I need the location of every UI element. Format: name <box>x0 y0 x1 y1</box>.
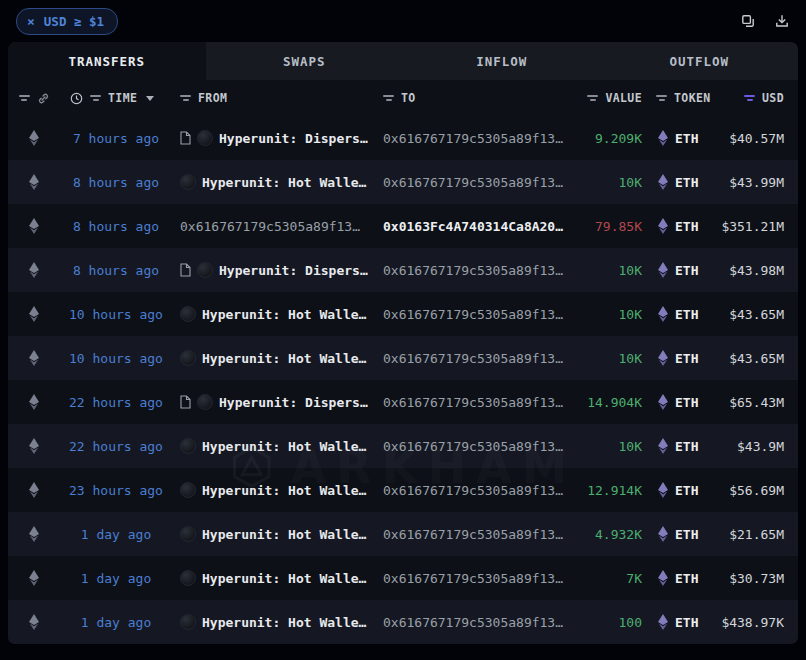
from-cell[interactable]: Hyperunit: Hot Walle… <box>172 570 378 586</box>
col-header-time[interactable]: TIME <box>108 91 137 105</box>
chain-filter-icon[interactable] <box>19 95 30 101</box>
time-cell[interactable]: 1 day ago <box>60 527 172 542</box>
eth-token-icon <box>658 438 668 454</box>
token-filter-icon[interactable] <box>656 95 667 101</box>
tab-swaps[interactable]: SWAPS <box>206 42 404 80</box>
col-header-from[interactable]: FROM <box>198 91 227 105</box>
col-header-value[interactable]: VALUE <box>605 91 642 105</box>
from-cell[interactable]: Hyperunit: Dispers… <box>172 394 378 410</box>
eth-token-icon <box>658 526 668 542</box>
to-cell[interactable]: 0x616767179c5305a89f13… <box>378 439 585 454</box>
from-cell[interactable]: Hyperunit: Hot Walle… <box>172 614 378 630</box>
to-cell[interactable]: 0x616767179c5305a89f13… <box>378 351 585 366</box>
token-cell[interactable]: ETH <box>648 262 710 278</box>
from-cell[interactable]: Hyperunit: Hot Walle… <box>172 438 378 454</box>
to-cell[interactable]: 0x616767179c5305a89f13… <box>378 263 585 278</box>
col-header-to[interactable]: TO <box>401 91 416 105</box>
time-cell[interactable]: 8 hours ago <box>60 263 172 278</box>
table-row[interactable]: 8 hours ago Hyperunit: Dispers… 0x616767… <box>8 248 798 292</box>
from-cell[interactable]: Hyperunit: Dispers… <box>172 130 378 146</box>
from-cell[interactable]: Hyperunit: Hot Walle… <box>172 306 378 322</box>
to-cell[interactable]: 0x616767179c5305a89f13… <box>378 131 585 146</box>
to-cell[interactable]: 0x616767179c5305a89f13… <box>378 175 585 190</box>
to-filter-icon[interactable] <box>383 95 394 101</box>
chain-cell <box>8 482 60 498</box>
to-cell[interactable]: 0x616767179c5305a89f13… <box>378 571 585 586</box>
eth-token-icon <box>658 306 668 322</box>
from-cell[interactable]: 0x616767179c5305a89f13… <box>172 219 378 234</box>
token-cell[interactable]: ETH <box>648 482 710 498</box>
time-cell[interactable]: 7 hours ago <box>60 131 172 146</box>
eth-token-icon <box>658 174 668 190</box>
caret-down-icon[interactable] <box>146 96 154 101</box>
table-row[interactable]: 1 day ago Hyperunit: Hot Walle… 0x616767… <box>8 556 798 600</box>
value-cell: 10K <box>585 351 648 366</box>
from-cell[interactable]: Hyperunit: Hot Walle… <box>172 482 378 498</box>
eth-chain-icon <box>29 438 39 454</box>
to-cell[interactable]: 0x616767179c5305a89f13… <box>378 307 585 322</box>
table-row[interactable]: 10 hours ago Hyperunit: Hot Walle… 0x616… <box>8 336 798 380</box>
usd-cell: $56.69M <box>710 483 798 498</box>
value-cell: 10K <box>585 263 648 278</box>
eth-token-icon <box>658 218 668 234</box>
entity-avatar <box>180 306 196 322</box>
time-cell[interactable]: 22 hours ago <box>60 395 172 410</box>
from-cell[interactable]: Hyperunit: Hot Walle… <box>172 174 378 190</box>
time-cell[interactable]: 22 hours ago <box>60 439 172 454</box>
col-header-token[interactable]: TOKEN <box>674 91 711 105</box>
usd-filter-icon-active[interactable] <box>744 95 755 101</box>
token-cell[interactable]: ETH <box>648 130 710 146</box>
token-cell[interactable]: ETH <box>648 218 710 234</box>
table-row[interactable]: 23 hours ago Hyperunit: Hot Walle… 0x616… <box>8 468 798 512</box>
to-cell[interactable]: 0x616767179c5305a89f13… <box>378 483 585 498</box>
from-cell[interactable]: Hyperunit: Hot Walle… <box>172 526 378 542</box>
table-row[interactable]: 22 hours ago Hyperunit: Hot Walle… 0x616… <box>8 424 798 468</box>
to-cell[interactable]: 0x616767179c5305a89f13… <box>378 395 585 410</box>
table-row[interactable]: 7 hours ago Hyperunit: Dispers… 0x616767… <box>8 116 798 160</box>
token-cell[interactable]: ETH <box>648 350 710 366</box>
table-row[interactable]: 1 day ago Hyperunit: Hot Walle… 0x616767… <box>8 600 798 644</box>
from-cell[interactable]: Hyperunit: Hot Walle… <box>172 350 378 366</box>
usd-filter-chip[interactable]: × USD ≥ $1 <box>16 8 118 35</box>
token-cell[interactable]: ETH <box>648 174 710 190</box>
tab-transfers[interactable]: TRANSFERS <box>8 42 206 80</box>
time-cell[interactable]: 23 hours ago <box>60 483 172 498</box>
clock-icon <box>70 92 83 105</box>
table-row[interactable]: 1 day ago Hyperunit: Hot Walle… 0x616767… <box>8 512 798 556</box>
token-cell[interactable]: ETH <box>648 570 710 586</box>
token-cell[interactable]: ETH <box>648 614 710 630</box>
token-cell[interactable]: ETH <box>648 526 710 542</box>
table-row[interactable]: 22 hours ago Hyperunit: Dispers… 0x61676… <box>8 380 798 424</box>
table-row[interactable]: 10 hours ago Hyperunit: Hot Walle… 0x616… <box>8 292 798 336</box>
from-filter-icon[interactable] <box>180 95 191 101</box>
from-cell[interactable]: Hyperunit: Dispers… <box>172 262 378 278</box>
token-cell[interactable]: ETH <box>648 438 710 454</box>
usd-cell: $21.65M <box>710 527 798 542</box>
eth-token-icon <box>658 394 668 410</box>
remove-filter-icon[interactable]: × <box>27 15 35 28</box>
copy-icon[interactable] <box>738 11 758 31</box>
table-row[interactable]: 8 hours ago 0x616767179c5305a89f13… 0x01… <box>8 204 798 248</box>
token-cell[interactable]: ETH <box>648 394 710 410</box>
token-cell[interactable]: ETH <box>648 306 710 322</box>
transfers-panel: TRANSFERS SWAPS INFLOW OUTFLOW TIME <box>8 42 798 644</box>
download-icon[interactable] <box>772 11 792 31</box>
tab-outflow[interactable]: OUTFLOW <box>601 42 799 80</box>
to-cell[interactable]: 0x616767179c5305a89f13… <box>378 527 585 542</box>
link-icon[interactable] <box>37 92 50 105</box>
value-filter-icon[interactable] <box>587 95 598 101</box>
time-cell[interactable]: 8 hours ago <box>60 219 172 234</box>
col-header-usd[interactable]: USD <box>762 91 784 105</box>
table-row[interactable]: 8 hours ago Hyperunit: Hot Walle… 0x6167… <box>8 160 798 204</box>
usd-cell: $438.97K <box>710 615 798 630</box>
time-cell[interactable]: 8 hours ago <box>60 175 172 190</box>
time-cell[interactable]: 1 day ago <box>60 615 172 630</box>
tab-inflow[interactable]: INFLOW <box>403 42 601 80</box>
time-filter-icon[interactable] <box>90 95 101 101</box>
time-cell[interactable]: 10 hours ago <box>60 351 172 366</box>
time-cell[interactable]: 1 day ago <box>60 571 172 586</box>
time-cell[interactable]: 10 hours ago <box>60 307 172 322</box>
usd-cell: $40.57M <box>710 131 798 146</box>
to-cell[interactable]: 0x0163Fc4A740314Ca8A20… <box>378 219 585 234</box>
to-cell[interactable]: 0x616767179c5305a89f13… <box>378 615 585 630</box>
